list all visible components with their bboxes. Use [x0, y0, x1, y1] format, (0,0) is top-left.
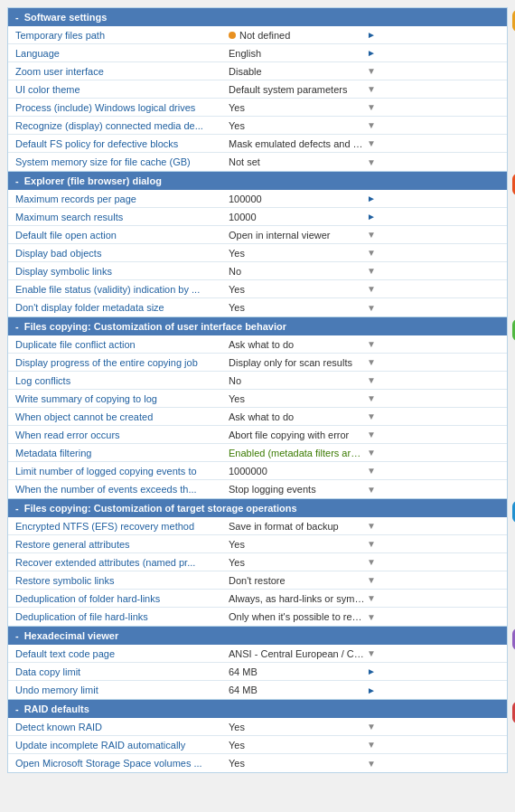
arrow-icon: ▼: [367, 339, 503, 349]
table-row[interactable]: Default FS policy for defective blocksMa…: [8, 135, 507, 153]
row-label: Log conflicts: [8, 373, 225, 389]
table-row[interactable]: Update incomplete RAID automaticallyYes …: [8, 736, 507, 754]
row-value[interactable]: 10000 ►: [225, 209, 507, 225]
row-value[interactable]: 64 MB ►: [225, 664, 507, 680]
row-value[interactable]: Open in internal viewer ▼: [225, 227, 507, 243]
row-value[interactable]: Default system parameters ▼: [225, 81, 507, 98]
table-row[interactable]: Limit number of logged copying events to…: [8, 462, 507, 480]
arrow-icon: ▼: [367, 612, 503, 622]
section-header-files-copying-ui[interactable]: - Files copying: Customization of user i…: [8, 317, 507, 335]
row-value[interactable]: English ►: [225, 45, 507, 61]
table-row[interactable]: Deduplication of folder hard-linksAlways…: [8, 590, 507, 608]
row-value[interactable]: No ▼: [225, 373, 507, 389]
arrow-icon: ▼: [367, 138, 503, 148]
row-value[interactable]: Yes ▼: [225, 737, 507, 753]
table-row[interactable]: System memory size for file cache (GB)No…: [8, 153, 507, 171]
table-row[interactable]: Display progress of the entire copying j…: [8, 354, 507, 372]
row-value[interactable]: Enabled (metadata filters are applied) ▼: [225, 445, 507, 461]
arrow-icon: ▼: [367, 84, 503, 94]
section-title: Files copying: Customization of user int…: [24, 321, 286, 332]
table-row[interactable]: Data copy limit64 MB ►: [8, 663, 507, 681]
table-row[interactable]: Open Microsoft Storage Space volumes ...…: [8, 754, 507, 772]
row-value[interactable]: Display only for scan results ▼: [225, 354, 507, 371]
row-value[interactable]: Yes ▼: [225, 719, 507, 735]
section-header-raid-defaults[interactable]: - RAID defaults: [8, 700, 507, 718]
row-value[interactable]: Disable ▼: [225, 63, 507, 80]
section-header-software-settings[interactable]: - Software settings: [8, 8, 507, 26]
row-value[interactable]: Yes ▼: [225, 554, 507, 571]
table-row[interactable]: Deduplication of file hard-linksOnly whe…: [8, 608, 507, 626]
arrow-icon: ▼: [367, 740, 503, 750]
row-value[interactable]: Ask what to do ▼: [225, 409, 507, 425]
row-value[interactable]: Stop logging events ▼: [225, 481, 507, 497]
table-row[interactable]: Write summary of copying to logYes ▼: [8, 390, 507, 408]
row-value[interactable]: Yes ▼: [225, 281, 507, 297]
row-value[interactable]: Not defined ►: [225, 27, 507, 43]
table-row[interactable]: UI color themeDefault system parameters …: [8, 80, 507, 99]
row-value[interactable]: 1000000 ▼: [225, 463, 507, 479]
section-header-files-copying-target[interactable]: - Files copying: Customization of target…: [8, 499, 507, 517]
row-value[interactable]: Only when it's possible to restore hard-…: [225, 609, 507, 625]
arrow-icon: ▼: [367, 357, 503, 367]
table-row[interactable]: Restore symbolic linksDon't restore ▼: [8, 571, 507, 590]
table-row[interactable]: Undo memory limit64 MB ►: [8, 681, 507, 699]
collapse-icon: -: [15, 703, 19, 714]
table-row[interactable]: Temporary files pathNot defined ►: [8, 26, 507, 44]
row-value[interactable]: No ▼: [225, 263, 507, 279]
row-value[interactable]: 64 MB ►: [225, 682, 507, 698]
value-text: Open in internal viewer: [229, 230, 365, 241]
section-title: Explorer (file browser) dialog: [24, 175, 162, 186]
row-value[interactable]: Abort file copying with error ▼: [225, 427, 507, 443]
arrow-icon: ►: [367, 666, 503, 676]
table-row[interactable]: When read error occursAbort file copying…: [8, 426, 507, 444]
table-row[interactable]: Process (include) Windows logical drives…: [8, 99, 507, 117]
table-row[interactable]: Display symbolic linksNo ▼: [8, 262, 507, 280]
arrow-icon: ▼: [367, 284, 503, 294]
row-value[interactable]: Don't restore ▼: [225, 572, 507, 589]
section-title: Software settings: [24, 12, 108, 23]
table-row[interactable]: Encrypted NTFS (EFS) recovery methodSave…: [8, 517, 507, 535]
arrow-icon: ▼: [367, 266, 503, 276]
table-row[interactable]: When object cannot be createdAsk what to…: [8, 408, 507, 426]
row-value[interactable]: Yes ▼: [225, 118, 507, 134]
table-row[interactable]: Enable file status (validity) indication…: [8, 280, 507, 298]
table-row[interactable]: Recognize (display) connected media de..…: [8, 117, 507, 135]
table-row[interactable]: Default text code pageANSI - Central Eur…: [8, 645, 507, 663]
row-value[interactable]: Yes ▼: [225, 391, 507, 407]
row-value[interactable]: Yes ▼: [225, 536, 507, 552]
section-header-hexadecimal-viewer[interactable]: - Hexadecimal viewer: [8, 627, 507, 645]
table-row[interactable]: Log conflictsNo ▼: [8, 372, 507, 390]
table-row[interactable]: When the number of events exceeds th...S…: [8, 480, 507, 498]
table-row[interactable]: Restore general attributesYes ▼: [8, 535, 507, 553]
arrow-icon: ▼: [367, 539, 503, 549]
row-value[interactable]: Always, as hard-links or symbolic links …: [225, 590, 507, 607]
row-value[interactable]: Yes ▼: [225, 299, 507, 316]
table-row[interactable]: Maximum search results10000 ►: [8, 208, 507, 226]
table-row[interactable]: Don't display folder metadata sizeYes ▼: [8, 298, 507, 316]
arrow-icon: ▼: [367, 466, 503, 476]
table-row[interactable]: Recover extended attributes (named pr...…: [8, 553, 507, 571]
row-value[interactable]: Yes ▼: [225, 99, 507, 116]
table-row[interactable]: Metadata filteringEnabled (metadata filt…: [8, 444, 507, 462]
table-row[interactable]: Display bad objectsYes ▼: [8, 244, 507, 262]
value-text: Yes: [229, 740, 365, 751]
section-header-explorer-dialog[interactable]: - Explorer (file browser) dialog: [8, 172, 507, 190]
section-files-copying-target: - Files copying: Customization of target…: [7, 499, 508, 627]
row-value[interactable]: Not set ▼: [225, 154, 507, 170]
table-row[interactable]: LanguageEnglish ►: [8, 44, 507, 62]
row-label: Update incomplete RAID automatically: [8, 737, 225, 753]
section-title: RAID defaults: [24, 703, 89, 714]
row-value[interactable]: Yes ▼: [225, 755, 507, 771]
table-row[interactable]: Detect known RAIDYes ▼: [8, 718, 507, 736]
row-value[interactable]: 100000 ►: [225, 191, 507, 207]
row-value[interactable]: Yes ▼: [225, 245, 507, 261]
table-row[interactable]: Default file open actionOpen in internal…: [8, 226, 507, 244]
table-row[interactable]: Maximum records per page100000 ►: [8, 190, 507, 208]
table-row[interactable]: Zoom user interfaceDisable ▼: [8, 62, 507, 80]
table-row[interactable]: Duplicate file conflict actionAsk what t…: [8, 335, 507, 354]
collapse-icon: -: [15, 12, 19, 23]
row-value[interactable]: Save in format of backup ▼: [225, 518, 507, 534]
row-value[interactable]: ANSI - Central European / CP-1250 ▼: [225, 646, 507, 662]
row-value[interactable]: Mask emulated defects and abort on no ▼: [225, 136, 507, 152]
row-value[interactable]: Ask what to do ▼: [225, 336, 507, 353]
